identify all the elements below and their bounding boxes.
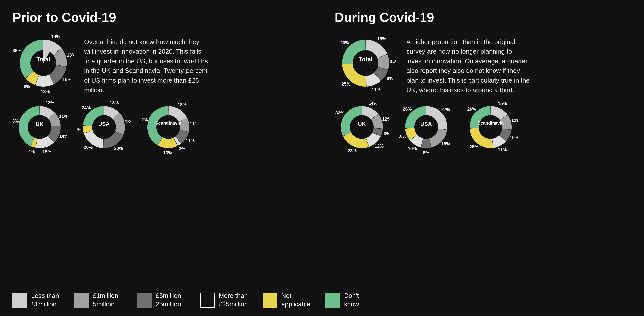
svg-text:15%: 15% (42, 149, 51, 154)
right-scandinavia-chart: 15%12%10%11%26%26% Scandinavia (463, 100, 518, 155)
svg-text:36%: 36% (12, 48, 22, 53)
svg-text:6%: 6% (384, 131, 389, 136)
legend-dont-know: Don'tknow (325, 292, 359, 309)
svg-text:26%: 26% (467, 107, 476, 111)
legend-less-than-1m: Less than£1million (12, 292, 59, 309)
left-usa-chart: 13%18%20%20%6%24% USA (77, 100, 131, 155)
legend-swatch-light-gray (12, 293, 27, 308)
svg-text:4%: 4% (28, 149, 35, 154)
legend-1m-5m: £1million -5million (74, 292, 122, 309)
svg-text:12%: 12% (375, 144, 384, 149)
svg-text:18%: 18% (125, 119, 131, 124)
svg-text:12%: 12% (382, 117, 389, 122)
legend-more-than-25m: More than£25million (200, 292, 248, 309)
svg-text:24%: 24% (82, 105, 91, 110)
left-description: Over a third do not know how much they w… (84, 37, 208, 95)
left-panel-title: Prior to Covid-19 (12, 10, 310, 25)
left-total-chart: 14%13%15%13%8%36% Total (12, 32, 74, 95)
svg-text:15%: 15% (498, 101, 507, 106)
top-section: Prior to Covid-19 (0, 0, 644, 284)
svg-text:Scandinavia: Scandinavia (478, 121, 504, 126)
svg-text:13%: 13% (46, 100, 54, 105)
legend-5m-25m: £5million -25million (137, 292, 185, 309)
svg-text:19%: 19% (441, 141, 450, 146)
svg-text:11%: 11% (372, 87, 381, 92)
svg-text:USA: USA (98, 121, 110, 127)
legend-swatch-green (325, 293, 340, 308)
right-usa-chart: 27%19%8%10%10%26% USA (399, 100, 454, 155)
svg-text:UK: UK (358, 121, 366, 127)
main-container: Prior to Covid-19 (0, 0, 644, 316)
svg-text:20%: 20% (84, 145, 92, 150)
legend-label-less-than-1m: Less than£1million (31, 292, 59, 309)
svg-text:6%: 6% (77, 127, 82, 132)
legend-swatch-mid-gray (74, 293, 89, 308)
svg-text:13%: 13% (67, 53, 74, 58)
left-uk-chart: 13%11%14%15%4%43% UK (12, 100, 67, 155)
svg-text:42%: 42% (141, 117, 148, 122)
svg-text:18%: 18% (178, 102, 186, 107)
svg-text:11%: 11% (190, 121, 196, 126)
svg-text:11%: 11% (390, 59, 396, 64)
svg-text:11%: 11% (498, 147, 507, 152)
right-description: A higher proportion than in the original… (406, 37, 530, 95)
svg-text:26%: 26% (470, 144, 478, 149)
right-total-chart: 19%11%9%11%25%26% Total (334, 32, 396, 95)
svg-text:Total: Total (359, 56, 372, 62)
svg-text:25%: 25% (342, 82, 350, 86)
svg-text:3%: 3% (179, 146, 186, 151)
left-scandinavia-chart: 18%11%11%3%16%42% Scandinavia (141, 100, 196, 155)
legend-swatch-yellow (262, 293, 278, 308)
svg-text:14%: 14% (368, 101, 378, 106)
svg-text:8%: 8% (423, 150, 430, 154)
right-panel-title: During Covid-19 (334, 10, 632, 25)
right-panel: During Covid-19 19%11%9%11%25%26% Total … (322, 0, 644, 284)
svg-text:13%: 13% (40, 89, 50, 94)
right-uk-chart: 14%12%6%12%23%32% UK (334, 100, 389, 155)
svg-text:16%: 16% (163, 150, 172, 154)
right-bottom-row: 14%12%6%12%23%32% UK 27%19%8%10%10%26% U… (334, 100, 632, 155)
svg-text:Scandinavia: Scandinavia (155, 121, 182, 126)
svg-text:11%: 11% (186, 138, 194, 143)
legend-label-not-applicable: Notapplicable (282, 292, 310, 309)
legend-label-dont-know: Don'tknow (344, 292, 359, 309)
svg-text:15%: 15% (62, 77, 71, 82)
svg-text:12%: 12% (511, 118, 518, 123)
legend-swatch-dark-gray (137, 293, 152, 308)
svg-text:20%: 20% (114, 146, 123, 151)
svg-text:26%: 26% (403, 107, 412, 111)
legend-not-applicable: Notapplicable (262, 292, 310, 309)
svg-text:10%: 10% (510, 135, 518, 140)
svg-text:23%: 23% (348, 148, 357, 153)
svg-text:Total: Total (36, 56, 50, 62)
svg-text:10%: 10% (399, 134, 406, 139)
svg-text:9%: 9% (386, 76, 393, 81)
legend-label-5m-25m: £5million -25million (156, 292, 185, 309)
svg-text:UK: UK (36, 121, 44, 127)
legend-label-more-than-25m: More than£25million (219, 292, 248, 309)
svg-text:27%: 27% (441, 107, 450, 112)
legend-label-1m-5m: £1million -5million (93, 292, 122, 309)
left-panel: Prior to Covid-19 (0, 0, 322, 284)
legend-swatch-outline (200, 293, 215, 308)
svg-text:43%: 43% (12, 119, 19, 124)
svg-text:11%: 11% (59, 114, 67, 119)
svg-text:14%: 14% (51, 34, 60, 39)
svg-text:14%: 14% (60, 134, 67, 139)
legend: Less than£1million £1million -5million £… (0, 284, 644, 316)
left-bottom-row: 13%11%14%15%4%43% UK 13%18%20%20%6%24% U… (12, 100, 310, 155)
svg-text:8%: 8% (24, 84, 30, 89)
svg-text:19%: 19% (377, 36, 386, 41)
left-top-row: 14%13%15%13%8%36% Total Over a third do … (12, 32, 310, 95)
svg-text:32%: 32% (335, 110, 344, 115)
svg-text:13%: 13% (110, 100, 118, 105)
svg-text:26%: 26% (340, 40, 349, 45)
svg-text:10%: 10% (408, 146, 417, 151)
right-top-row: 19%11%9%11%25%26% Total A higher proport… (334, 32, 632, 95)
svg-text:USA: USA (420, 121, 432, 127)
